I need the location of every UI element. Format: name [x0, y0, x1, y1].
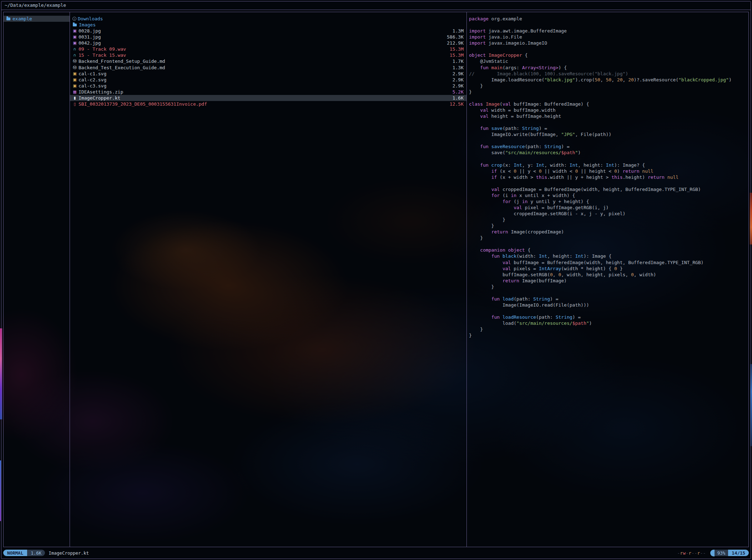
download-folder-icon: ↓	[72, 17, 76, 21]
code-line: import javax.imageio.ImageIO	[469, 40, 748, 46]
code-line: val pixels = IntArray(width * height) { …	[469, 266, 748, 272]
file-name: 0031.jpg	[79, 34, 101, 40]
file-row[interactable]: ▣cal-c3.svg2.9K	[70, 83, 466, 89]
file-name: cal-c2.svg	[79, 77, 106, 82]
image-file-icon: ▣	[72, 41, 77, 45]
file-name: Downloads	[78, 16, 103, 21]
scroll-percent: 93%	[715, 550, 728, 556]
code-line	[469, 95, 748, 101]
file-size: 12.5K	[450, 101, 464, 107]
code-line: val pixel = buffImage.getRGB(i, j)	[469, 205, 748, 211]
file-row[interactable]: ∩09 - Track 09.wav15.3M	[70, 46, 466, 52]
code-line	[469, 180, 748, 186]
code-line: companion object {	[469, 247, 748, 253]
file-row[interactable]: ▣cal-c2.svg2.9K	[70, 77, 466, 83]
audio-file-icon: ∩	[72, 47, 77, 51]
file-name: Images	[79, 22, 96, 27]
panes-container: example ↓DownloadsImages▣0028.jpg1.3M▣00…	[3, 12, 749, 547]
code-line: val croppedImage = BufferedImage(width, …	[469, 186, 748, 192]
code-line: fun saveResource(path: String) =	[469, 143, 748, 150]
code-line: fun black(width: Int, height: Int): Imag…	[469, 253, 748, 259]
file-row[interactable]: ▯SBI_0032013739_2023_DE05_0003155631Invo…	[70, 101, 466, 107]
code-line: Image.loadResource("black.jpg").crop(50,…	[469, 77, 748, 83]
file-size: 2.9K	[453, 77, 464, 82]
code-line: for (i in x until x + width) {	[469, 192, 748, 198]
file-size: 212.9K	[447, 40, 464, 46]
file-name: Backend_Frontend_Setup_Guide.md	[79, 59, 165, 64]
file-size: 1.3M	[453, 28, 464, 34]
code-line: }	[469, 223, 748, 229]
code-line: val height = buffImage.height	[469, 113, 748, 119]
audio-file-icon: ∩	[72, 53, 77, 57]
code-line: fun save(path: String) =	[469, 125, 748, 131]
file-size: 2.9K	[453, 83, 464, 89]
code-line: // Image.black(100, 100).saveResource("b…	[469, 71, 748, 77]
svg-file-icon: ▣	[72, 71, 77, 76]
code-line: }	[469, 83, 748, 89]
archive-file-icon: ▦	[72, 90, 77, 94]
file-list-pane[interactable]: ↓DownloadsImages▣0028.jpg1.3M▣0031.jpg58…	[70, 12, 467, 547]
code-line: Image(ImageIO.read(File(path)))	[469, 302, 748, 308]
code-line	[469, 46, 748, 52]
file-name: 0042.jpg	[79, 40, 101, 46]
code-line: fun loadResource(path: String) =	[469, 314, 748, 320]
code-line: load("src/main/resources/$path")	[469, 320, 748, 326]
mode-badge: NORMAL	[3, 550, 27, 556]
image-file-icon: ▣	[72, 35, 77, 39]
code-line	[469, 137, 748, 143]
file-row[interactable]: ⓂBackend_Test_Execution_Guide.md1.3K	[70, 65, 466, 71]
code-line: package org.example	[469, 16, 748, 22]
code-line: import java.io.File	[469, 34, 748, 40]
parent-dir-label: example	[12, 16, 32, 21]
file-row[interactable]: Images	[70, 22, 466, 28]
terminal-window: ~/Data/example/example example ↓Download…	[0, 0, 752, 560]
code-line: }	[469, 332, 748, 338]
parent-dir-item[interactable]: example	[4, 16, 70, 22]
code-line: fun main(args: Array<String>) {	[469, 65, 748, 71]
file-name: ImageCropper.kt	[79, 95, 120, 101]
file-row[interactable]: ▣0028.jpg1.3M	[70, 28, 466, 34]
folder-icon	[73, 24, 77, 26]
code-line: object ImageCropper {	[469, 52, 748, 58]
status-bar: NORMAL 1.6K ImageCropper.kt -rw-r--r-- 9…	[3, 549, 749, 557]
code-line: fun load(path: String) =	[469, 296, 748, 302]
parent-directory-pane[interactable]: example	[4, 12, 70, 547]
code-line: save("src/main/resources/$path")	[469, 150, 748, 156]
file-size: 15.3M	[450, 52, 464, 58]
file-size: 2.9K	[453, 71, 464, 76]
file-preview-pane[interactable]: package org.example import java.awt.imag…	[467, 12, 748, 547]
file-row[interactable]: ▮ImageCropper.kt1.6K	[70, 95, 466, 101]
yazi-file-manager: ~/Data/example/example example ↓Download…	[0, 0, 752, 560]
file-name: 15 - Track 15.wav	[79, 52, 126, 58]
file-size: 1.3K	[453, 65, 464, 70]
file-row[interactable]: ↓Downloads	[70, 16, 466, 22]
code-line: for (j in y until y + height) {	[469, 198, 748, 205]
code-line	[469, 308, 748, 314]
file-row[interactable]: ▣0031.jpg586.3K	[70, 34, 466, 40]
file-row[interactable]: ∩15 - Track 15.wav15.3M	[70, 52, 466, 58]
file-row[interactable]: ▦IDEAsettings.zip5.2K	[70, 89, 466, 95]
file-size: 5.2K	[453, 89, 464, 95]
folder-icon	[6, 17, 10, 20]
code-line	[469, 119, 748, 125]
code-line: @JvmStatic	[469, 58, 748, 64]
file-row[interactable]: ▣0042.jpg212.9K	[70, 40, 466, 46]
file-row[interactable]: ⓂBackend_Frontend_Setup_Guide.md1.7K	[70, 58, 466, 64]
code-line: ImageIO.write(buffImage, "JPG", File(pat…	[469, 131, 748, 137]
file-name: 09 - Track 09.wav	[79, 46, 126, 52]
markdown-file-icon: Ⓜ	[72, 59, 77, 64]
markdown-file-icon: Ⓜ	[72, 65, 77, 70]
code-line: }	[469, 89, 748, 95]
code-line: }	[469, 326, 748, 332]
file-name: Backend_Test_Execution_Guide.md	[79, 65, 165, 70]
code-line: val buffImage = BufferedImage(width, hei…	[469, 259, 748, 266]
file-name: SBI_0032013739_2023_DE05_0003155631Invoi…	[79, 101, 207, 107]
code-line: return Image(buffImage)	[469, 278, 748, 284]
svg-file-icon: ▣	[72, 84, 77, 88]
code-line: fun crop(x: Int, y: Int, width: Int, hei…	[469, 162, 748, 168]
code-line: }	[469, 235, 748, 241]
file-row[interactable]: ▣cal-c1.svg2.9K	[70, 71, 466, 77]
code-line: return Image(croppedImage)	[469, 229, 748, 235]
cursor-position: 14/15	[728, 550, 749, 556]
code-line: croppedImage.setRGB(i - x, j - y, pixel)	[469, 211, 748, 217]
